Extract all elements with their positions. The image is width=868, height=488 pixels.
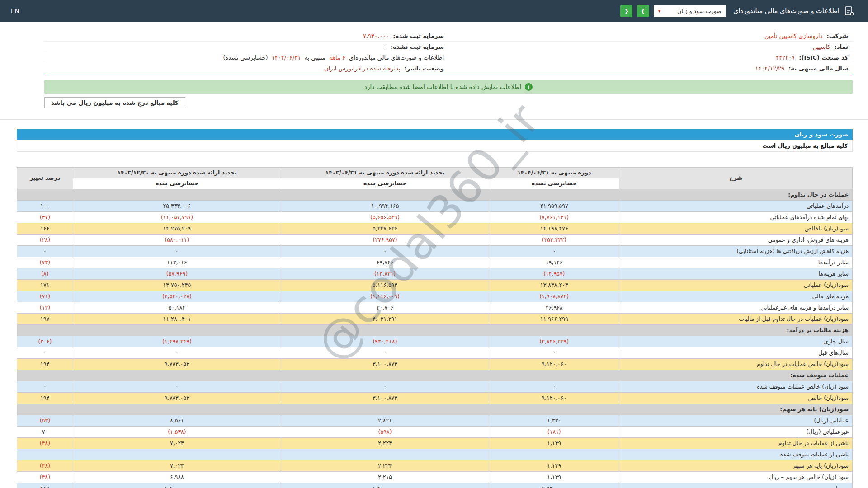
row-value: ۰ xyxy=(489,347,619,359)
row-value: ۲,۲۲۳ xyxy=(281,438,489,449)
row-value: ۰ xyxy=(73,246,281,257)
row-label: سال‌های قبل xyxy=(619,347,853,359)
row-value: ۵,۱۱۶,۵۹۴ xyxy=(281,280,489,291)
row-value: (۴۸) xyxy=(17,460,73,472)
header-current-period: دوره منتهی به ۱۴۰۴/۰۶/۳۱ xyxy=(489,168,619,178)
table-row: سایر هزینه‌ها(۱۴,۹۵۷)(۱۳,۸۳۱)(۵۷,۹۶۹)(۸) xyxy=(17,268,853,280)
header-percent-change: درصد تغییر xyxy=(17,168,73,189)
next-statement-button[interactable]: ❯ xyxy=(637,5,649,17)
language-toggle[interactable]: EN xyxy=(11,8,19,14)
symbol-value: کاسپین xyxy=(813,43,830,50)
row-value: ۲۶,۹۶۸ xyxy=(489,302,619,314)
company-info-grid: شرکت: داروسازی کاسپین تأمین سرمایه ثبت ش… xyxy=(44,31,853,75)
table-row: سود(زیان) عملیاتی۱۳,۸۴۸,۲۰۳۵,۱۱۶,۵۹۴۱۳,۷… xyxy=(17,280,853,291)
row-value: (۱۲) xyxy=(17,302,73,314)
row-value: ۱۶۶ xyxy=(17,223,73,235)
row-value: (۸) xyxy=(17,268,73,280)
section-row: عملیات متوقف شده: xyxy=(17,370,853,381)
row-value: ۱,۴۰۰,۰۰۰ xyxy=(281,483,489,488)
period-middle: منتهی به xyxy=(305,54,326,61)
table-row: سود (زیان) خالص عملیات متوقف شده۰۰۰۰ xyxy=(17,381,853,393)
table-row: عملیاتی (ریال)۱,۳۳۰۲,۸۲۱۸,۵۶۱(۵۳) xyxy=(17,415,853,427)
row-label: هزینه های مالی xyxy=(619,291,853,302)
header-description: شرح xyxy=(619,168,853,189)
row-value: ۰ xyxy=(17,246,73,257)
amounts-note-line: کلیه مبالغ درج شده به میلیون ریال می باش… xyxy=(44,97,853,108)
prev-statement-button[interactable]: ❮ xyxy=(620,5,632,17)
period-duration: ۶ ماهه xyxy=(329,54,345,61)
section-label: هزینه مالیات بر درآمد: xyxy=(17,325,853,336)
statement-title-bar: صورت سود و زیان xyxy=(17,129,853,140)
header-restated-annual: تجدید ارائه شده دوره منتهی به ۱۴۰۳/۱۲/۳۰ xyxy=(73,168,281,178)
row-label: درآمدهای عملیاتی xyxy=(619,201,853,212)
row-label: سود(زیان) خالص xyxy=(619,393,853,404)
row-value: (۴۸) xyxy=(17,438,73,449)
table-row: سود (زیان) خالص هر سهم – ریال۱,۱۴۹۲,۲۱۵۶… xyxy=(17,472,853,483)
company-row: شرکت: داروسازی کاسپین تأمین xyxy=(448,31,853,42)
row-value: ۱۹۷ xyxy=(17,314,73,325)
unregistered-capital-row: سرمایه ثبت نشده: ۰ xyxy=(44,42,448,52)
unregistered-capital-value: ۰ xyxy=(383,43,387,50)
row-value: ۹,۷۸۳,۰۵۲ xyxy=(73,393,281,404)
table-row: بهای تمام شده درآمدهای عملیاتی(۷,۷۶۱,۱۲۱… xyxy=(17,212,853,223)
row-value: ۱,۴۰۰,۰۰۰ xyxy=(73,483,281,488)
row-label: هزینه کاهش ارزش دریافتنی ها (هزینه استثن… xyxy=(619,246,853,257)
row-value: ۰ xyxy=(17,381,73,393)
row-value xyxy=(17,449,73,460)
row-value: (۷۳) xyxy=(17,257,73,268)
table-header-row-periods: شرح دوره منتهی به ۱۴۰۴/۰۶/۳۱ تجدید ارائه… xyxy=(17,168,853,178)
statement-type-value: صورت سود و زیان xyxy=(677,8,722,14)
row-value: ۶,۹۸۸ xyxy=(73,472,281,483)
row-label: سود(زیان) پایه هر سهم xyxy=(619,460,853,472)
statement-table-body: عملیات در حال تداوم:درآمدهای عملیاتی۲۱,۹… xyxy=(17,189,853,488)
table-row: سود(زیان) خالص۹,۱۲۰,۰۶۰۳,۱۰۰,۸۷۳۹,۷۸۳,۰۵… xyxy=(17,393,853,404)
row-value: ۰ xyxy=(17,347,73,359)
topbar: اطلاعات و صورت‌های مالی میاندوره‌ای صورت… xyxy=(0,0,868,22)
row-label: سود(زیان) خالص عملیات در حال تداوم xyxy=(619,359,853,370)
fiscal-year-value: ۱۴۰۴/۱۲/۲۹ xyxy=(755,65,784,72)
row-label: سایر درآمدها xyxy=(619,257,853,268)
issuer-status-value: پذیرفته شده در فرابورس ایران xyxy=(324,65,401,72)
registered-capital-row: سرمایه ثبت شده: ۷,۹۴۰,۰۰۰ xyxy=(44,31,448,42)
period-row: اطلاعات و صورت‌های مالی میاندوره‌ای ۶ ما… xyxy=(44,52,448,63)
row-value: ۳۰,۷۰۶ xyxy=(281,302,489,314)
table-gap xyxy=(17,152,853,167)
row-label: هزینه های فروش، اداری و عمومی xyxy=(619,235,853,246)
row-value: ۰ xyxy=(281,246,489,257)
section-row: سود(زیان) پایه هر سهم: xyxy=(17,404,853,415)
table-row: سود(زیان) خالص عملیات در حال تداوم۹,۱۲۰,… xyxy=(17,359,853,370)
table-row: سرمایه۷,۹۴۰,۰۰۰۱,۴۰۰,۰۰۰۱,۴۰۰,۰۰۰۴۶۷ xyxy=(17,483,853,488)
fiscal-year-row: سال مالی منتهی به: ۱۴۰۴/۱۲/۲۹ xyxy=(448,63,853,74)
row-value: ۴۶۷ xyxy=(17,483,73,488)
table-row: سال‌های قبل۰۰۰۰ xyxy=(17,347,853,359)
row-value: ۱۷۱ xyxy=(17,280,73,291)
row-value: ۶۹,۷۴۶ xyxy=(281,257,489,268)
row-value: (۳۷) xyxy=(17,212,73,223)
row-value: ۹,۷۸۳,۰۵۲ xyxy=(73,359,281,370)
statement-type-select[interactable]: صورت سود و زیان ▾ xyxy=(654,5,726,17)
row-label: سال جاری xyxy=(619,336,853,347)
row-value xyxy=(489,449,619,460)
row-value: (۲,۵۲۰,۰۲۸) xyxy=(73,291,281,302)
row-value: (۷۱) xyxy=(17,291,73,302)
row-label: غیرعملیاتی (ریال) xyxy=(619,427,853,438)
row-value: ۱۴,۲۷۵,۲۰۹ xyxy=(73,223,281,235)
row-value: (۱۳,۸۳۱) xyxy=(281,268,489,280)
row-value: ۸,۵۶۱ xyxy=(73,415,281,427)
row-value: ۵۰,۱۸۴ xyxy=(73,302,281,314)
section-label: سود(زیان) پایه هر سهم: xyxy=(17,404,853,415)
row-value: ۹,۱۲۰,۰۶۰ xyxy=(489,359,619,370)
row-value: (۲۸) xyxy=(17,235,73,246)
row-value: (۱,۴۹۷,۳۴۹) xyxy=(73,336,281,347)
row-label: سود(زیان) عملیاتی xyxy=(619,280,853,291)
table-row: هزینه های مالی(۱,۹۰۸,۸۷۲)(۱,۱۱۶,۰۰۹)(۲,۵… xyxy=(17,291,853,302)
row-value: (۵۷,۹۶۹) xyxy=(73,268,281,280)
section-row: هزینه مالیات بر درآمد: xyxy=(17,325,853,336)
row-value: ۱۹۴ xyxy=(17,393,73,404)
statement-table: شرح دوره منتهی به ۱۴۰۴/۰۶/۳۱ تجدید ارائه… xyxy=(17,167,853,488)
row-value: ۱۰۰ xyxy=(17,201,73,212)
chevron-down-icon: ▾ xyxy=(658,8,661,14)
row-value: (۱۸۱) xyxy=(489,427,619,438)
row-value: ۵,۳۳۷,۶۳۶ xyxy=(281,223,489,235)
registered-capital-value: ۷,۹۴۰,۰۰۰ xyxy=(363,33,389,39)
